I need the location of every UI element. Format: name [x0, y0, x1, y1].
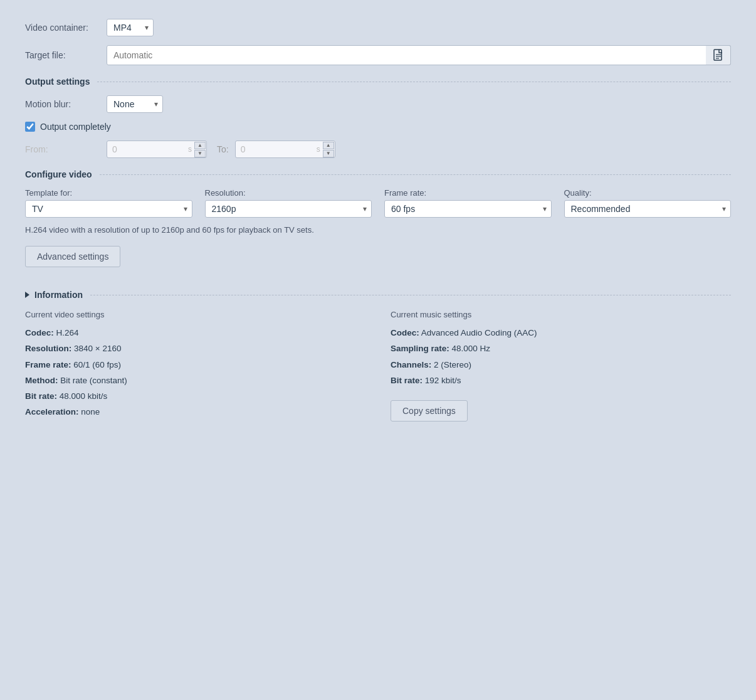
video-framerate-line: Frame rate: 60/1 (60 fps): [25, 359, 365, 371]
music-codec-label: Codec:: [391, 328, 419, 337]
to-arrows: ▲ ▼: [323, 141, 334, 158]
resolution-label: Resolution:: [205, 188, 372, 198]
video-method-label: Method:: [25, 376, 58, 385]
copy-settings-button[interactable]: Copy settings: [391, 400, 468, 422]
video-acceleration-value: none: [81, 407, 100, 416]
resolution-select-wrapper: 2160p 1080p 720p 480p 360p: [205, 200, 372, 218]
output-settings-title: Output settings: [25, 77, 90, 87]
to-down-arrow[interactable]: ▼: [323, 150, 334, 157]
music-channels-label: Channels:: [391, 360, 431, 369]
information-divider: [90, 295, 731, 295]
from-suffix: s: [188, 145, 192, 154]
file-icon: [713, 49, 724, 61]
frame-rate-col: Frame rate: 60 fps 30 fps 25 fps 24 fps …: [384, 188, 552, 218]
advanced-settings-button[interactable]: Advanced settings: [25, 246, 120, 267]
video-bitrate-value: 48.000 kbit/s: [60, 391, 108, 401]
music-bitrate-line: Bit rate: 192 kbit/s: [391, 374, 731, 387]
video-container-select[interactable]: MP4 AVI MKV MOV WMV: [107, 19, 154, 36]
configure-video-title: Configure video: [25, 169, 92, 179]
video-acceleration-label: Acceleration:: [25, 407, 79, 416]
music-channels-value: 2 (Stereo): [434, 360, 471, 369]
quality-col: Quality: Recommended High Medium Low: [564, 188, 732, 218]
output-settings-header: Output settings: [25, 77, 731, 87]
template-for-select[interactable]: TV Mobile Web Cinema Custom: [25, 200, 192, 218]
current-music-settings-title: Current music settings: [391, 310, 731, 319]
music-bitrate-label: Bit rate:: [391, 376, 423, 385]
to-up-arrow[interactable]: ▲: [323, 142, 334, 149]
frame-rate-label: Frame rate:: [384, 188, 552, 198]
video-method-value: Bit rate (constant): [60, 376, 127, 385]
quality-select[interactable]: Recommended High Medium Low: [564, 200, 732, 218]
target-file-label: Target file:: [25, 50, 107, 60]
configure-video-divider: [100, 174, 731, 175]
video-resolution-label: Resolution:: [25, 344, 71, 353]
video-framerate-label: Frame rate:: [25, 360, 71, 369]
to-input[interactable]: [235, 141, 335, 158]
video-method-line: Method: Bit rate (constant): [25, 374, 365, 387]
from-spinner-wrapper: s ▲ ▼: [107, 141, 207, 158]
from-down-arrow[interactable]: ▼: [194, 150, 206, 157]
target-file-row: Target file:: [25, 45, 731, 65]
video-codec-label: Codec:: [25, 328, 54, 337]
video-codec-value: H.264: [56, 328, 79, 337]
resolution-select[interactable]: 2160p 1080p 720p 480p 360p: [205, 200, 372, 218]
motion-blur-select[interactable]: None Low Medium High: [107, 95, 163, 113]
video-codec-line: Codec: H.264: [25, 327, 365, 339]
output-completely-checkbox[interactable]: [25, 122, 35, 132]
configure-video-header: Configure video: [25, 169, 731, 179]
music-sampling-line: Sampling rate: 48.000 Hz: [391, 342, 731, 355]
quality-label: Quality:: [564, 188, 732, 198]
frame-rate-select[interactable]: 60 fps 30 fps 25 fps 24 fps 15 fps: [384, 200, 552, 218]
video-acceleration-line: Acceleration: none: [25, 406, 365, 418]
music-info-col: Current music settings Codec: Advanced A…: [391, 310, 731, 422]
output-settings-divider: [97, 82, 731, 82]
music-sampling-label: Sampling rate:: [391, 344, 449, 353]
from-label: From:: [25, 144, 107, 154]
motion-blur-select-wrapper: None Low Medium High: [107, 95, 163, 113]
music-channels-line: Channels: 2 (Stereo): [391, 359, 731, 371]
from-arrows: ▲ ▼: [194, 141, 206, 158]
video-container-label: Video container:: [25, 23, 107, 33]
configure-video-grid: Template for: TV Mobile Web Cinema Custo…: [25, 188, 731, 218]
output-completely-row: Output completely: [25, 122, 731, 132]
video-framerate-value: 60/1 (60 fps): [73, 360, 121, 369]
music-bitrate-value: 192 kbit/s: [425, 376, 461, 385]
current-video-settings-title: Current video settings: [25, 310, 365, 319]
motion-blur-label: Motion blur:: [25, 99, 107, 109]
template-for-label: Template for:: [25, 188, 192, 198]
info-columns: Current video settings Codec: H.264 Reso…: [25, 310, 731, 422]
triangle-icon: [25, 292, 29, 298]
from-to-row: From: s ▲ ▼ To: s ▲ ▼: [25, 141, 731, 158]
configure-video-description: H.264 video with a resolution of up to 2…: [25, 225, 731, 235]
motion-blur-row: Motion blur: None Low Medium High: [25, 95, 731, 113]
from-input[interactable]: [107, 141, 207, 158]
quality-select-wrapper: Recommended High Medium Low: [564, 200, 732, 218]
music-codec-value: Advanced Audio Coding (AAC): [421, 328, 537, 337]
from-up-arrow[interactable]: ▲: [194, 142, 206, 149]
video-resolution-value: 3840 × 2160: [74, 344, 121, 353]
information-header: Information: [25, 290, 731, 300]
to-label: To:: [217, 144, 229, 154]
video-bitrate-label: Bit rate:: [25, 391, 57, 401]
template-for-select-wrapper: TV Mobile Web Cinema Custom: [25, 200, 192, 218]
video-resolution-line: Resolution: 3840 × 2160: [25, 342, 365, 355]
target-file-wrapper: [107, 45, 731, 65]
to-suffix: s: [317, 145, 320, 154]
video-container-select-wrapper: MP4 AVI MKV MOV WMV: [107, 19, 154, 36]
information-title: Information: [34, 290, 83, 300]
file-browse-button[interactable]: [706, 45, 731, 65]
output-completely-label: Output completely: [40, 122, 111, 132]
to-spinner-wrapper: s ▲ ▼: [235, 141, 335, 158]
resolution-col: Resolution: 2160p 1080p 720p 480p 360p: [205, 188, 372, 218]
video-bitrate-line: Bit rate: 48.000 kbit/s: [25, 390, 365, 403]
target-file-input[interactable]: [107, 45, 731, 65]
frame-rate-select-wrapper: 60 fps 30 fps 25 fps 24 fps 15 fps: [384, 200, 552, 218]
template-for-col: Template for: TV Mobile Web Cinema Custo…: [25, 188, 192, 218]
music-codec-line: Codec: Advanced Audio Coding (AAC): [391, 327, 731, 339]
music-sampling-value: 48.000 Hz: [452, 344, 491, 353]
video-info-col: Current video settings Codec: H.264 Reso…: [25, 310, 365, 422]
video-container-row: Video container: MP4 AVI MKV MOV WMV: [25, 19, 731, 36]
